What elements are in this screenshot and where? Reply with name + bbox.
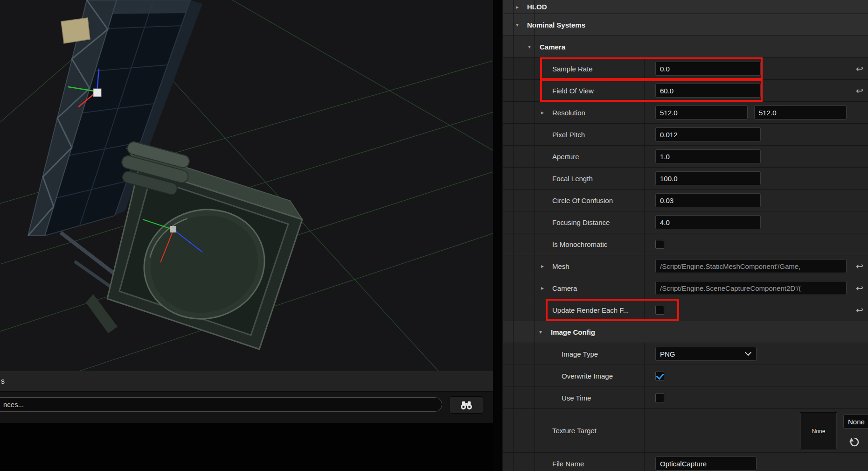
empty-panel-area xyxy=(0,423,493,471)
category-row-nominal-systems[interactable]: ▾ Nominal Systems xyxy=(502,14,868,36)
property-row-sample-rate: Sample Rate 0.0 ↩ xyxy=(502,58,868,80)
property-label: Resolution xyxy=(552,109,585,117)
viewport-3d[interactable] xyxy=(0,0,493,371)
reset-icon: ↩ xyxy=(856,85,863,96)
property-row-resolution: ▸ Resolution 512.0 512.0 xyxy=(502,102,868,124)
camera-reference-field[interactable]: /Script/Engine.SceneCaptureComponent2D'/… xyxy=(655,281,847,295)
panel-title-fragment: s xyxy=(1,377,5,386)
category-label: Nominal Systems xyxy=(527,21,585,29)
collapse-icon[interactable]: ▾ xyxy=(539,329,542,335)
field-of-view-input[interactable]: 60.0 xyxy=(655,84,761,98)
property-label: Focusing Distance xyxy=(552,218,610,226)
resolution-y-input[interactable]: 512.0 xyxy=(754,105,847,120)
property-row-overwrite-image: Overwrite Image xyxy=(502,365,868,387)
resolution-x-input[interactable]: 512.0 xyxy=(655,105,748,120)
reset-icon: ↩ xyxy=(856,305,863,316)
category-label: Camera xyxy=(540,43,565,51)
collapse-icon[interactable]: ▾ xyxy=(528,44,531,49)
property-row-use-time: Use Time xyxy=(502,387,868,409)
category-row-image-config[interactable]: ▾ Image Config xyxy=(502,321,868,343)
use-time-checkbox[interactable] xyxy=(655,394,664,402)
property-row-focusing-distance: Focusing Distance 4.0 xyxy=(502,211,868,233)
asset-thumbnail[interactable]: None xyxy=(800,412,837,450)
expander-icon[interactable]: ▸ xyxy=(541,263,544,269)
binoculars-icon xyxy=(459,400,473,410)
property-label: Texture Target xyxy=(552,427,597,435)
indent-guide xyxy=(502,0,503,471)
indent-guide xyxy=(524,0,524,471)
viewport-3d-scene xyxy=(0,0,493,371)
property-row-mesh: ▸ Mesh /Script/Engine.StaticMeshComponen… xyxy=(502,255,868,277)
use-selected-asset-button[interactable] xyxy=(848,436,861,448)
viewport-area: s xyxy=(0,0,493,471)
focal-length-input[interactable]: 100.0 xyxy=(655,171,761,185)
property-label: Image Type xyxy=(562,350,598,358)
details-panel: ▸ HLOD ▾ Nominal Systems ▾ Camera Sample… xyxy=(502,0,868,471)
reset-to-default-button[interactable]: ↩ xyxy=(852,80,867,101)
property-label: Camera xyxy=(552,284,577,292)
pixel-pitch-input[interactable]: 0.012 xyxy=(655,127,761,141)
reset-to-default-button[interactable]: ↩ xyxy=(852,58,867,79)
category-label: HLOD xyxy=(527,3,547,11)
property-label: Field Of View xyxy=(552,87,594,95)
sample-rate-input[interactable]: 0.0 xyxy=(655,62,761,76)
circle-of-confusion-input[interactable]: 0.03 xyxy=(655,193,761,207)
category-row-camera[interactable]: ▾ Camera xyxy=(502,36,868,58)
property-row-is-monochromatic: Is Monochromatic xyxy=(502,233,868,255)
category-label: Image Config xyxy=(551,328,595,336)
expander-icon[interactable]: ▸ xyxy=(516,4,519,10)
file-name-input[interactable]: OpticalCapture xyxy=(655,457,757,471)
property-label: Sample Rate xyxy=(552,65,593,73)
search-band xyxy=(0,392,493,423)
texture-target-dropdown[interactable]: None xyxy=(843,415,868,429)
mesh-reference-field[interactable]: /Script/Engine.StaticMeshComponent'/Game… xyxy=(655,259,847,273)
find-button[interactable] xyxy=(450,396,483,414)
overwrite-image-checkbox[interactable] xyxy=(655,372,664,380)
reset-icon: ↩ xyxy=(856,283,863,294)
property-label: Overwrite Image xyxy=(562,372,613,380)
property-row-pixel-pitch: Pixel Pitch 0.012 xyxy=(502,124,868,146)
property-label: Use Time xyxy=(562,394,591,402)
property-row-aperture: Aperture 1.0 xyxy=(502,146,868,168)
panel-divider[interactable] xyxy=(493,0,502,471)
reset-icon: ↩ xyxy=(856,261,863,272)
collapse-icon[interactable]: ▾ xyxy=(516,22,519,28)
reset-to-default-button[interactable]: ↩ xyxy=(852,299,867,321)
property-row-image-type: Image Type PNG xyxy=(502,343,868,365)
property-label: Update Render Each F... xyxy=(552,306,629,314)
indent-guide xyxy=(535,0,535,471)
aperture-input[interactable]: 1.0 xyxy=(655,149,761,163)
property-label: Focal Length xyxy=(552,175,593,183)
indent-guide xyxy=(513,0,514,471)
focusing-distance-input[interactable]: 4.0 xyxy=(655,215,761,229)
property-label: Aperture xyxy=(552,153,579,161)
property-label: Mesh xyxy=(552,262,569,270)
reset-to-default-button[interactable]: ↩ xyxy=(852,255,867,277)
property-row-file-name: File Name OpticalCapture xyxy=(502,453,868,471)
update-render-each-frame-checkbox[interactable] xyxy=(655,306,664,315)
category-row-hlod[interactable]: ▸ HLOD xyxy=(502,0,868,14)
chevron-down-icon xyxy=(745,349,751,356)
use-selected-asset-icon xyxy=(849,436,860,448)
property-label: Circle Of Confusion xyxy=(552,197,613,204)
reset-to-default-button[interactable]: ↩ xyxy=(852,277,867,299)
property-label: Pixel Pitch xyxy=(552,131,585,139)
image-type-dropdown[interactable]: PNG xyxy=(655,347,757,361)
expander-icon[interactable]: ▸ xyxy=(541,285,544,291)
expander-icon[interactable]: ▸ xyxy=(541,110,544,115)
property-row-update-render-each-frame: Update Render Each F... ↩ xyxy=(502,299,868,321)
property-row-camera-component: ▸ Camera /Script/Engine.SceneCaptureComp… xyxy=(502,277,868,299)
property-row-circle-of-confusion: Circle Of Confusion 0.03 xyxy=(502,190,868,211)
property-row-texture-target: Texture Target None None xyxy=(502,409,868,453)
property-label: File Name xyxy=(552,460,584,468)
property-row-field-of-view: Field Of View 60.0 ↩ xyxy=(502,80,868,102)
is-monochromatic-checkbox[interactable] xyxy=(655,240,664,249)
property-label: Is Monochromatic xyxy=(552,240,607,248)
property-row-focal-length: Focal Length 100.0 xyxy=(502,168,868,190)
search-input[interactable] xyxy=(0,397,442,412)
bottom-panel-title: s xyxy=(0,371,493,392)
reset-icon: ↩ xyxy=(856,63,863,74)
